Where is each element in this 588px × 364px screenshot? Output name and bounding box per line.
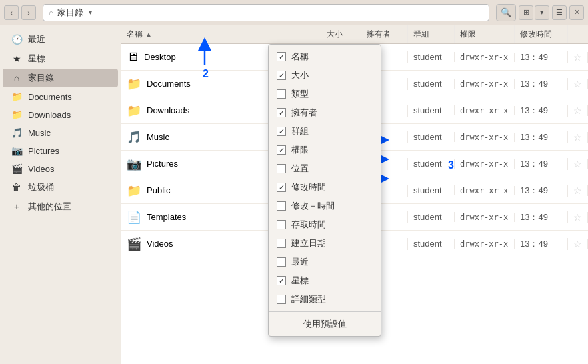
file-group-cell: student <box>408 79 455 89</box>
col-owner-header[interactable]: 擁有者 <box>361 25 408 43</box>
dropdown-item-location[interactable]: 位置 <box>269 159 381 178</box>
sidebar-item-label: Pictures <box>28 146 59 156</box>
location-bar: ⌂ 家目錄 ▾ <box>43 4 489 21</box>
file-modified-cell: 13：49 <box>515 185 568 197</box>
dropdown-checkbox-recent[interactable] <box>277 257 286 267</box>
sidebar-item-trash[interactable]: 🗑垃圾桶 <box>3 178 118 197</box>
file-group-cell: student <box>408 105 455 115</box>
search-button[interactable]: 🔍 <box>496 4 516 21</box>
file-perms-cell: drwxr-xr-x <box>455 133 515 142</box>
dropdown-item-starred[interactable]: 星標 <box>269 271 381 290</box>
file-icon: 📄 <box>127 210 141 225</box>
forward-button[interactable]: › <box>21 5 36 20</box>
file-modified-cell: 13：49 <box>515 105 568 117</box>
file-star-cell[interactable]: ☆ <box>568 212 588 223</box>
view-more-button[interactable]: ▾ <box>535 5 549 20</box>
sidebar-item-home[interactable]: ⌂家目錄 <box>3 69 118 87</box>
sidebar-item-documents[interactable]: 📁Documents <box>3 88 118 105</box>
dropdown-checkbox-starred[interactable] <box>277 276 286 285</box>
view-buttons: ⊞ ▾ <box>519 5 549 20</box>
dropdown-checkbox-size[interactable] <box>277 71 286 80</box>
file-modified-cell: 13：49 <box>515 131 568 143</box>
star-icon: ☆ <box>573 52 582 63</box>
other-icon: + <box>11 201 23 212</box>
sidebar-item-other[interactable]: +其他的位置 <box>3 197 118 216</box>
dropdown-item-size[interactable]: 大小 <box>269 66 381 85</box>
dropdown-checkbox-group[interactable] <box>277 127 286 136</box>
file-group-cell: student <box>408 212 455 222</box>
file-perms-cell: drwxr-xr-x <box>455 53 515 62</box>
sidebar-item-starred[interactable]: ★星標 <box>3 49 118 68</box>
file-group-cell: student <box>408 159 455 169</box>
dropdown-checkbox-detailed_type[interactable] <box>277 295 286 304</box>
file-icon: 🖥 <box>127 50 139 64</box>
dropdown-item-modified_time[interactable]: 修改－時間 <box>269 197 381 215</box>
file-icon: 📁 <box>127 103 141 118</box>
file-group-cell: student <box>408 185 455 195</box>
sidebar-item-recent[interactable]: 🕐最近 <box>3 30 118 49</box>
file-icon: 📁 <box>127 183 141 198</box>
dropdown-label-recent: 最近 <box>291 256 309 268</box>
file-star-cell[interactable]: ☆ <box>568 159 588 169</box>
dropdown-item-detailed_type[interactable]: 詳細類型 <box>269 290 381 309</box>
col-size-header[interactable]: 大小 <box>321 25 361 43</box>
documents-icon: 📁 <box>11 91 23 102</box>
sidebar-item-videos[interactable]: 🎬Videos <box>3 160 118 177</box>
use-defaults-button[interactable]: 使用預設值 <box>269 315 381 333</box>
sidebar-item-downloads[interactable]: 📁Downloads <box>3 106 118 123</box>
dropdown-divider <box>269 311 381 312</box>
back-button[interactable]: ‹ <box>4 5 19 20</box>
sidebar: 🕐最近★星標⌂家目錄📁Documents📁Downloads🎵Music📷Pic… <box>0 25 121 364</box>
file-modified-cell: 13：49 <box>515 51 568 63</box>
dropdown-checkbox-modified_time[interactable] <box>277 201 286 211</box>
dropdown-item-recent[interactable]: 最近 <box>269 253 381 271</box>
location-dropdown-arrow[interactable]: ▾ <box>89 9 92 16</box>
videos-icon: 🎬 <box>11 163 23 174</box>
close-button[interactable]: ✕ <box>569 5 584 20</box>
file-star-cell[interactable]: ☆ <box>568 105 588 116</box>
dropdown-checkbox-created[interactable] <box>277 239 286 248</box>
dropdown-item-type[interactable]: 類型 <box>269 85 381 103</box>
file-icon: 📷 <box>127 157 141 171</box>
music-icon: 🎵 <box>11 127 23 138</box>
file-name: Music <box>147 132 169 142</box>
dropdown-checkbox-name[interactable] <box>277 52 286 61</box>
dropdown-checkbox-type[interactable] <box>277 89 286 99</box>
menu-button[interactable]: ☰ <box>552 5 567 20</box>
sidebar-item-music[interactable]: 🎵Music <box>3 124 118 141</box>
col-group-header[interactable]: 群組 <box>408 25 455 43</box>
dropdown-item-accessed[interactable]: 存取時間 <box>269 215 381 234</box>
file-name: Desktop <box>144 52 176 62</box>
sidebar-item-pictures[interactable]: 📷Pictures <box>3 142 118 159</box>
dropdown-checkbox-perms[interactable] <box>277 145 286 155</box>
file-star-cell[interactable]: ☆ <box>568 52 588 63</box>
file-star-cell[interactable]: ☆ <box>568 79 588 89</box>
star-icon: ☆ <box>573 105 582 116</box>
col-perms-header[interactable]: 權限 <box>455 25 515 43</box>
titlebar: ‹ › ⌂ 家目錄 ▾ 🔍 ⊞ ▾ ☰ ✕ <box>0 0 588 25</box>
dropdown-checkbox-accessed[interactable] <box>277 220 286 229</box>
col-name-header[interactable]: 名稱 ▲ <box>121 25 321 43</box>
main-layout: 🕐最近★星標⌂家目錄📁Documents📁Downloads🎵Music📷Pic… <box>0 25 588 364</box>
file-star-cell[interactable]: ☆ <box>568 185 588 196</box>
file-perms-cell: drwxr-xr-x <box>455 159 515 169</box>
dropdown-item-name[interactable]: 名稱 <box>269 47 381 66</box>
grid-view-button[interactable]: ⊞ <box>519 5 533 20</box>
dropdown-item-perms[interactable]: 權限 <box>269 141 381 159</box>
dropdown-item-owner[interactable]: 擁有者 <box>269 103 381 122</box>
file-star-cell[interactable]: ☆ <box>568 239 588 249</box>
dropdown-checkbox-modified[interactable] <box>277 183 286 192</box>
dropdown-checkbox-owner[interactable] <box>277 108 286 117</box>
column-header: 名稱 ▲ 大小 擁有者 群組 權限 修改時間 <box>121 25 588 44</box>
dropdown-checkbox-location[interactable] <box>277 164 286 173</box>
col-modified-header[interactable]: 修改時間 <box>515 25 568 43</box>
dropdown-item-group[interactable]: 群組 <box>269 122 381 141</box>
file-name: Templates <box>147 212 186 222</box>
file-name: Downloads <box>147 105 189 115</box>
star-icon: ☆ <box>573 79 582 89</box>
file-star-cell[interactable]: ☆ <box>568 132 588 143</box>
star-icon: ☆ <box>573 185 582 196</box>
dropdown-item-created[interactable]: 建立日期 <box>269 234 381 253</box>
file-perms-cell: drwxr-xr-x <box>455 213 515 222</box>
dropdown-item-modified[interactable]: 修改時間 <box>269 178 381 197</box>
